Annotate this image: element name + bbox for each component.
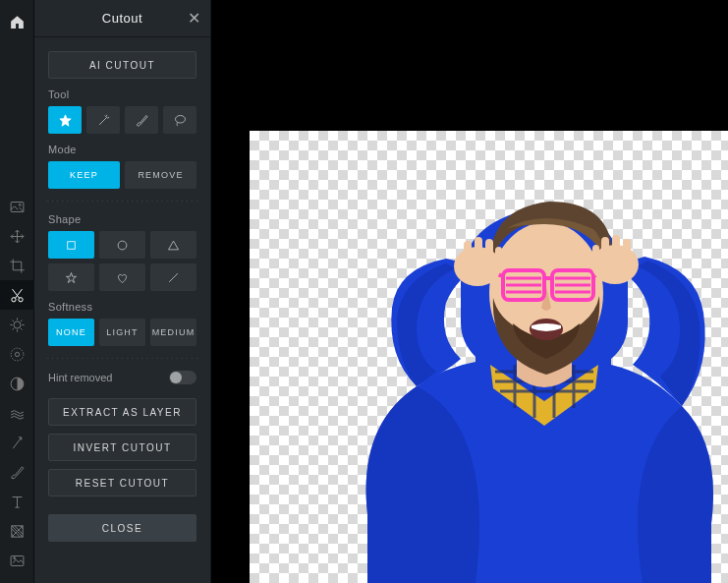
svg-rect-24 xyxy=(623,239,631,266)
fill-tool-icon[interactable] xyxy=(0,516,34,546)
svg-rect-25 xyxy=(612,235,620,266)
tool-strip xyxy=(0,0,34,583)
svg-point-6 xyxy=(15,352,19,356)
adjust-tool-icon[interactable] xyxy=(0,310,34,339)
extract-as-layer-button[interactable]: EXTRACT AS LAYER xyxy=(48,398,196,426)
svg-point-1 xyxy=(19,204,21,205)
mode-label: Mode xyxy=(48,144,196,155)
svg-rect-12 xyxy=(68,241,76,249)
text-tool-icon[interactable] xyxy=(0,487,34,516)
svg-rect-21 xyxy=(485,239,493,268)
svg-rect-19 xyxy=(464,241,472,268)
shape-star-button[interactable] xyxy=(48,263,94,291)
canvas[interactable] xyxy=(250,131,728,583)
lasso-tool-button[interactable] xyxy=(163,106,196,134)
clone-tool-icon[interactable] xyxy=(0,428,34,457)
svg-point-11 xyxy=(175,115,185,123)
softness-none-button[interactable]: NONE xyxy=(48,319,94,346)
home-icon[interactable] xyxy=(0,8,34,35)
retouch-tool-icon[interactable] xyxy=(0,398,34,428)
svg-point-5 xyxy=(11,348,24,361)
cutout-subject xyxy=(299,131,728,583)
shape-triangle-button[interactable] xyxy=(150,231,196,259)
panel-title: Cutout xyxy=(46,11,198,26)
shape-square-button[interactable] xyxy=(48,231,94,259)
close-icon[interactable]: ✕ xyxy=(188,11,200,27)
svg-rect-20 xyxy=(475,237,482,268)
svg-rect-22 xyxy=(495,247,502,270)
magic-tool-button[interactable] xyxy=(48,106,82,134)
frame-tool-icon[interactable] xyxy=(0,546,34,575)
reset-cutout-button[interactable]: RESET CUTOUT xyxy=(48,469,196,496)
cutout-tool-icon[interactable] xyxy=(0,280,34,310)
cutout-panel: Cutout ✕ AI CUTOUT Tool Mode KEEP REMOVE xyxy=(34,0,211,583)
svg-rect-26 xyxy=(601,237,609,266)
shape-circle-button[interactable] xyxy=(99,231,145,259)
svg-rect-27 xyxy=(592,245,599,268)
svg-point-10 xyxy=(13,556,15,558)
draw-tool-button[interactable] xyxy=(125,106,158,134)
svg-point-13 xyxy=(118,241,127,250)
hint-removed-label: Hint removed xyxy=(48,372,112,383)
wand-tool-button[interactable] xyxy=(86,106,120,134)
ai-cutout-button[interactable]: AI CUTOUT xyxy=(48,51,196,79)
image-tool-icon[interactable] xyxy=(0,192,34,221)
shape-line-button[interactable] xyxy=(150,263,196,291)
shape-label: Shape xyxy=(48,213,196,225)
softness-light-button[interactable]: LIGHT xyxy=(99,319,145,346)
softness-medium-button[interactable]: MEDIUM xyxy=(150,319,196,346)
shape-heart-button[interactable] xyxy=(99,263,145,291)
panel-header: Cutout ✕ xyxy=(34,0,210,37)
crop-tool-icon[interactable] xyxy=(0,251,34,280)
mode-remove-button[interactable]: REMOVE xyxy=(125,161,196,189)
tool-label: Tool xyxy=(48,88,196,100)
mode-keep-button[interactable]: KEEP xyxy=(48,161,120,189)
close-button[interactable]: CLOSE xyxy=(48,514,196,542)
move-tool-icon[interactable] xyxy=(0,221,34,251)
liquify-tool-icon[interactable] xyxy=(0,369,34,398)
svg-point-4 xyxy=(13,321,20,327)
softness-label: Softness xyxy=(48,301,196,313)
hint-removed-toggle[interactable] xyxy=(169,371,196,384)
brush-tool-icon[interactable] xyxy=(0,457,34,487)
invert-cutout-button[interactable]: INVERT CUTOUT xyxy=(48,434,196,461)
filter-tool-icon[interactable] xyxy=(0,339,34,369)
